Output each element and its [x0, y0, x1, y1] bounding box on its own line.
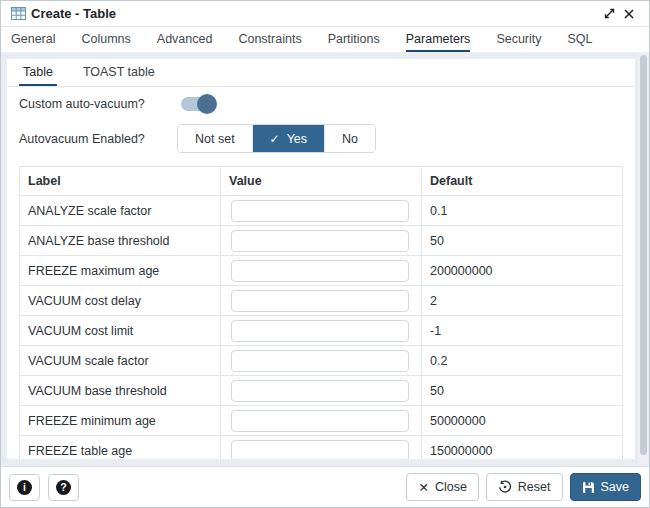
param-label: VACUUM cost limit — [20, 316, 221, 346]
sql-help-button[interactable]: i — [9, 474, 40, 501]
tab-general[interactable]: General — [11, 27, 55, 52]
autovacuum-enabled-label: Autovacuum Enabled? — [19, 132, 177, 146]
create-table-dialog: Create - Table General Columns Advanced … — [0, 0, 650, 508]
help-icon: ? — [56, 480, 71, 495]
table-row: VACUUM scale factor 0.2 — [20, 346, 623, 376]
tab-sql[interactable]: SQL — [568, 27, 593, 52]
scrollbar-thumb[interactable] — [640, 55, 647, 455]
param-default-value: 50 — [422, 226, 623, 256]
dialog-tabstrip: General Columns Advanced Constraints Par… — [1, 27, 649, 53]
vacuum-parameters-table: Label Value Default ANALYZE scale factor… — [19, 166, 623, 459]
param-value-input[interactable] — [231, 380, 409, 402]
subtab-toast-table[interactable]: TOAST table — [79, 59, 159, 86]
table-row: FREEZE maximum age 200000000 — [20, 256, 623, 286]
autovacuum-option-no[interactable]: No — [324, 125, 375, 152]
close-x-icon: ✕ — [418, 480, 428, 495]
param-value-input[interactable] — [231, 440, 409, 460]
table-row: FREEZE minimum age 50000000 — [20, 406, 623, 436]
dialog-titlebar: Create - Table — [1, 1, 649, 27]
tab-advanced[interactable]: Advanced — [157, 27, 213, 52]
param-default-value: -1 — [422, 316, 623, 346]
close-button[interactable]: ✕ Close — [406, 473, 478, 501]
param-default-value: 50000000 — [422, 406, 623, 436]
column-header-value: Value — [221, 167, 422, 196]
save-button-label: Save — [601, 480, 630, 494]
table-header-row: Label Value Default — [20, 167, 623, 196]
reset-button-label: Reset — [518, 480, 551, 494]
parameters-table-body: ANALYZE scale factor 0.1 ANALYZE base th… — [20, 196, 623, 460]
save-button[interactable]: Save — [570, 473, 642, 501]
maximize-button[interactable] — [599, 4, 619, 24]
param-value-input[interactable] — [231, 350, 409, 372]
expand-icon — [604, 8, 615, 19]
vertical-scrollbar[interactable] — [638, 53, 648, 465]
close-icon — [624, 9, 634, 19]
param-label: VACUUM scale factor — [20, 346, 221, 376]
parameters-panel: Table TOAST table Custom auto-vacuum? Au… — [7, 59, 635, 459]
custom-autovacuum-label: Custom auto-vacuum? — [19, 97, 177, 111]
table-row: ANALYZE base threshold 50 — [20, 226, 623, 256]
reset-icon — [498, 480, 512, 494]
param-label: ANALYZE scale factor — [20, 196, 221, 226]
tab-partitions[interactable]: Partitions — [328, 27, 380, 52]
param-value-input[interactable] — [231, 200, 409, 222]
reset-button[interactable]: Reset — [486, 473, 563, 501]
param-value-input[interactable] — [231, 320, 409, 342]
dialog-footer: i ? ✕ Close Reset — [1, 466, 649, 507]
param-default-value: 200000000 — [422, 256, 623, 286]
tab-constraints[interactable]: Constraints — [238, 27, 301, 52]
tab-security[interactable]: Security — [496, 27, 541, 52]
table-row: VACUUM base threshold 50 — [20, 376, 623, 406]
param-label: VACUUM cost delay — [20, 286, 221, 316]
column-header-default: Default — [422, 167, 623, 196]
table-row: VACUUM cost delay 2 — [20, 286, 623, 316]
param-label: ANALYZE base threshold — [20, 226, 221, 256]
param-default-value: 50 — [422, 376, 623, 406]
param-label: VACUUM base threshold — [20, 376, 221, 406]
table-row: VACUUM cost limit -1 — [20, 316, 623, 346]
param-value-input[interactable] — [231, 410, 409, 432]
autovacuum-option-yes-label: Yes — [287, 132, 307, 146]
param-default-value: 150000000 — [422, 436, 623, 460]
param-default-value: 0.1 — [422, 196, 623, 226]
dialog-title: Create - Table — [31, 6, 116, 21]
param-label: FREEZE maximum age — [20, 256, 221, 286]
param-label: FREEZE table age — [20, 436, 221, 460]
tab-columns[interactable]: Columns — [81, 27, 130, 52]
param-value-input[interactable] — [231, 260, 409, 282]
autovacuum-option-not-set[interactable]: Not set — [178, 125, 252, 152]
table-row: FREEZE table age 150000000 — [20, 436, 623, 460]
table-row: ANALYZE scale factor 0.1 — [20, 196, 623, 226]
param-default-value: 0.2 — [422, 346, 623, 376]
close-button-label: Close — [435, 480, 467, 494]
save-icon — [582, 481, 595, 494]
parameters-subtabs: Table TOAST table — [7, 59, 635, 87]
autovacuum-enabled-group: Not set ✓ Yes No — [177, 124, 376, 153]
dialog-help-button[interactable]: ? — [48, 474, 79, 501]
autovacuum-option-yes[interactable]: ✓ Yes — [252, 125, 324, 152]
tab-parameters[interactable]: Parameters — [406, 27, 471, 52]
custom-autovacuum-row: Custom auto-vacuum? — [19, 97, 623, 111]
table-parameters-form: Custom auto-vacuum? Autovacuum Enabled? … — [7, 87, 635, 459]
close-dialog-button[interactable] — [619, 4, 639, 24]
table-icon — [11, 7, 26, 20]
toggle-knob — [197, 94, 217, 114]
info-icon: i — [17, 480, 32, 495]
autovacuum-enabled-row: Autovacuum Enabled? Not set ✓ Yes No — [19, 124, 623, 153]
column-header-label: Label — [20, 167, 221, 196]
check-icon: ✓ — [270, 132, 280, 146]
param-value-input[interactable] — [231, 290, 409, 312]
custom-autovacuum-toggle[interactable] — [181, 97, 215, 111]
parameters-tab-content: Table TOAST table Custom auto-vacuum? Au… — [1, 53, 649, 466]
param-label: FREEZE minimum age — [20, 406, 221, 436]
param-default-value: 2 — [422, 286, 623, 316]
param-value-input[interactable] — [231, 230, 409, 252]
subtab-table[interactable]: Table — [19, 59, 57, 86]
